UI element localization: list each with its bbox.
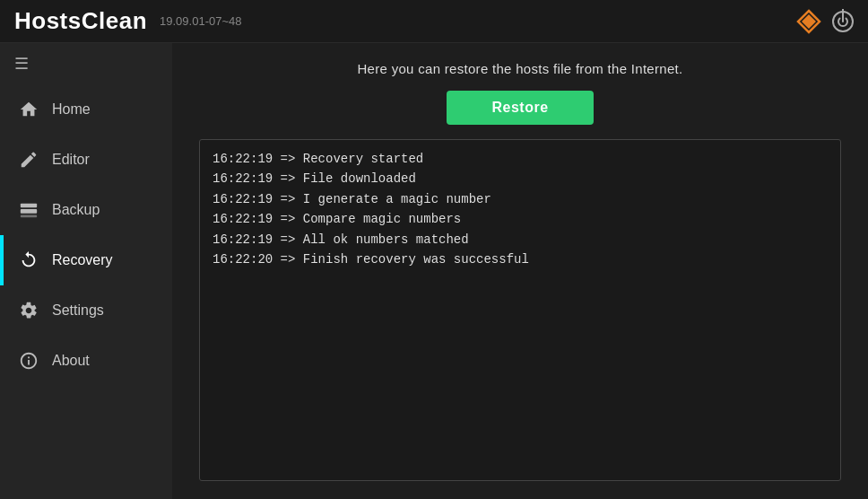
sidebar-item-about[interactable]: About: [0, 336, 172, 386]
svg-rect-4: [21, 215, 37, 218]
sidebar-item-settings[interactable]: Settings: [0, 285, 172, 336]
restore-button[interactable]: Restore: [447, 91, 593, 125]
log-line: 16:22:19 => I generate a magic number: [213, 189, 828, 209]
sidebar-label-backup: Backup: [52, 202, 100, 218]
svg-rect-3: [21, 209, 37, 214]
sidebar-label-recovery: Recovery: [52, 252, 113, 268]
editor-icon: [18, 149, 39, 171]
header: HostsClean 19.09.01-07~48: [0, 0, 868, 43]
sidebar-item-backup[interactable]: Backup: [0, 185, 172, 235]
hamburger-icon[interactable]: ☰: [0, 43, 172, 84]
backup-icon: [18, 199, 39, 221]
home-icon: [18, 99, 39, 120]
settings-icon: [18, 300, 39, 321]
about-icon: [18, 350, 39, 372]
sidebar-item-recovery[interactable]: Recovery: [0, 235, 172, 285]
svg-rect-2: [21, 204, 37, 208]
log-line: 16:22:19 => All ok numbers matched: [213, 230, 828, 250]
sidebar-item-home[interactable]: Home: [0, 84, 172, 135]
sidebar-label-settings: Settings: [52, 302, 104, 319]
header-icons: [796, 9, 854, 34]
log-box[interactable]: 16:22:19 => Recovery started16:22:19 => …: [199, 139, 841, 481]
content-description: Here you can restore the hosts file from…: [199, 61, 841, 76]
restore-button-wrap: Restore: [199, 91, 841, 125]
log-line: 16:22:19 => Compare magic numbers: [213, 209, 828, 229]
sidebar-label-about: About: [52, 353, 90, 369]
log-line: 16:22:20 => Finish recovery was successf…: [213, 250, 828, 269]
sidebar-label-home: Home: [52, 101, 91, 118]
sidebar-item-editor[interactable]: Editor: [0, 135, 172, 185]
content-area: Here you can restore the hosts file from…: [172, 43, 868, 499]
log-line: 16:22:19 => Recovery started: [213, 149, 828, 169]
log-line: 16:22:19 => File downloaded: [213, 169, 828, 188]
main-layout: ☰ Home Editor Backup Reco: [0, 43, 868, 499]
power-icon[interactable]: [832, 11, 854, 32]
app-version: 19.09.01-07~48: [160, 14, 241, 28]
app-title: HostsClean: [14, 7, 147, 35]
power-svg: [837, 15, 849, 28]
sidebar-label-editor: Editor: [52, 152, 90, 168]
diamond-icon[interactable]: [796, 9, 821, 34]
sidebar: ☰ Home Editor Backup Reco: [0, 43, 172, 499]
recovery-icon: [18, 250, 39, 271]
